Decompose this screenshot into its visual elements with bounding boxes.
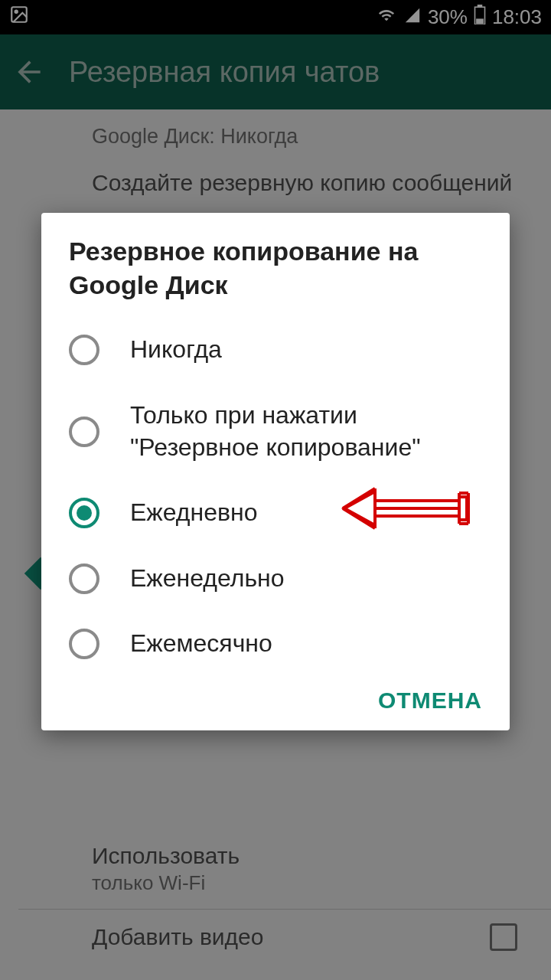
backup-frequency-dialog: Резервное копирование на Google Диск Ник…	[41, 213, 510, 730]
annotation-arrow-icon	[337, 478, 474, 539]
radio-icon	[69, 564, 99, 594]
radio-icon	[69, 335, 99, 365]
svg-line-15	[343, 508, 375, 528]
radio-inner	[77, 505, 92, 521]
radio-icon-selected	[69, 498, 99, 528]
radio-icon	[69, 629, 99, 659]
dialog-title: Резервное копирование на Google Диск	[41, 234, 510, 317]
radio-option-weekly[interactable]: Еженедельно	[41, 546, 510, 612]
radio-label: Ежедневно	[130, 497, 257, 529]
dialog-actions: ОТМЕНА	[41, 677, 510, 723]
cancel-button[interactable]: ОТМЕНА	[378, 688, 482, 714]
radio-label: Никогда	[130, 334, 222, 366]
radio-label: Ежемесячно	[130, 628, 272, 660]
radio-icon	[69, 416, 99, 447]
radio-label: Еженедельно	[130, 563, 285, 595]
radio-label: Только при нажатии "Резервное копировани…	[130, 400, 482, 463]
radio-option-monthly[interactable]: Ежемесячно	[41, 611, 510, 677]
radio-option-never[interactable]: Никогда	[41, 317, 510, 383]
radio-option-manual[interactable]: Только при нажатии "Резервное копировани…	[41, 383, 510, 480]
svg-line-14	[343, 488, 375, 508]
